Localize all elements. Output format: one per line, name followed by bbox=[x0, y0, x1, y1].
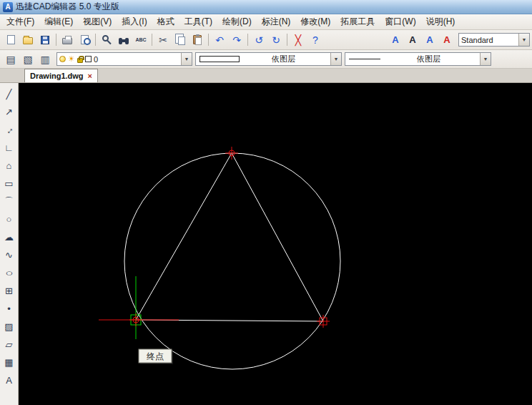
linetype-preview bbox=[349, 59, 380, 59]
search-icon[interactable] bbox=[98, 32, 115, 48]
layer-color-swatch bbox=[85, 56, 92, 62]
chevron-down-icon[interactable] bbox=[330, 53, 341, 65]
layer-combo-value: 0 bbox=[94, 55, 98, 64]
toolbar-separator bbox=[287, 34, 287, 46]
multiline-text-icon[interactable]: A bbox=[421, 32, 438, 48]
copy-icon[interactable] bbox=[172, 32, 189, 48]
paste-icon[interactable] bbox=[189, 32, 206, 48]
main-area: ╱↗↔∟⌂▭⌒○☁∿○⊞•▨▱▦A bbox=[0, 83, 532, 405]
polyline-tool-icon[interactable]: ∟ bbox=[1, 139, 17, 156]
menu-draw[interactable]: 绘制(D) bbox=[217, 14, 257, 29]
drawn-circle bbox=[124, 153, 340, 369]
arc-tool-icon[interactable]: ⌒ bbox=[1, 192, 17, 210]
revision-cloud-tool-icon[interactable]: ☁ bbox=[1, 228, 17, 245]
standard-toolbar: ABC✂↶↷↺↻╳? AAAA Standard bbox=[0, 30, 532, 50]
spline-tool-icon[interactable]: ∿ bbox=[1, 246, 17, 263]
menu-format[interactable]: 格式 bbox=[152, 14, 179, 29]
draw-toolbar: ╱↗↔∟⌂▭⌒○☁∿○⊞•▨▱▦A bbox=[0, 83, 19, 405]
menu-file[interactable]: 文件(F) bbox=[1, 14, 39, 29]
document-tab-bar: Drawing1.dwg bbox=[0, 69, 532, 83]
text-style-combo-value: Standard bbox=[461, 36, 493, 44]
toolbar-separator bbox=[152, 34, 152, 46]
color-combo-value: 依图层 bbox=[272, 54, 298, 64]
text-style-combo[interactable]: Standard bbox=[458, 33, 530, 47]
layer-combo[interactable]: 0 bbox=[56, 52, 192, 66]
menu-insert[interactable]: 插入(I) bbox=[117, 14, 152, 29]
vertex-marker-top bbox=[225, 147, 238, 160]
toolbar-separator bbox=[247, 34, 248, 46]
point-tool-icon[interactable]: • bbox=[1, 300, 17, 317]
title-bar: A 迅捷CAD编辑器 5.0 专业版 bbox=[0, 0, 532, 14]
snap-tooltip-text: 终点 bbox=[147, 351, 164, 361]
rotate-ccw-icon[interactable]: ↺ bbox=[250, 32, 267, 48]
tab-drawing1[interactable]: Drawing1.dwg bbox=[24, 69, 98, 82]
table-tool-icon[interactable]: ▦ bbox=[1, 353, 17, 371]
save-icon[interactable] bbox=[36, 32, 54, 48]
window-title: 迅捷CAD编辑器 5.0 专业版 bbox=[16, 1, 119, 13]
rotate-cw-icon[interactable]: ↻ bbox=[267, 32, 285, 48]
undo-icon[interactable]: ↶ bbox=[211, 32, 228, 48]
toolbar-separator bbox=[95, 34, 96, 46]
ellipse-tool-icon[interactable]: ○ bbox=[1, 264, 17, 281]
menu-view[interactable]: 视图(V) bbox=[78, 14, 117, 29]
standard-toolbar-icons: ABC✂↶↷↺↻╳? bbox=[2, 32, 324, 48]
color-combo[interactable]: 依图层 bbox=[195, 52, 342, 66]
layer-properties-icon[interactable]: ▤ bbox=[2, 52, 19, 67]
new-icon[interactable] bbox=[2, 32, 19, 48]
rectangle-tool-icon[interactable]: ▭ bbox=[1, 175, 17, 192]
layer-lock-icon bbox=[77, 58, 83, 63]
layer-toolbar: ▤▧▥ 0 依图层 依图层 bbox=[0, 50, 532, 69]
toolbar-separator bbox=[208, 34, 209, 46]
chevron-down-icon[interactable] bbox=[181, 53, 192, 65]
menu-help[interactable]: 说明(H) bbox=[421, 14, 460, 29]
single-line-text-icon[interactable]: A bbox=[404, 32, 421, 48]
drawn-triangle bbox=[136, 153, 323, 321]
open-icon[interactable] bbox=[19, 32, 36, 48]
cut-icon[interactable]: ✂ bbox=[154, 32, 172, 48]
chevron-down-icon[interactable] bbox=[518, 34, 529, 46]
ray-tool-icon[interactable]: ↗ bbox=[1, 103, 17, 120]
layer-toolbar-icons: ▤▧▥ bbox=[2, 52, 54, 67]
vertex-marker-bottom-left bbox=[129, 313, 142, 326]
redo-icon[interactable]: ↷ bbox=[228, 32, 245, 48]
drawing-canvas[interactable]: 终点 bbox=[19, 83, 532, 405]
toolbar-separator bbox=[56, 34, 56, 46]
chevron-down-icon[interactable] bbox=[480, 53, 491, 65]
menu-dimension[interactable]: 标注(N) bbox=[257, 14, 296, 29]
find-icon[interactable] bbox=[115, 32, 132, 48]
tab-close-icon[interactable] bbox=[88, 72, 92, 80]
color-preview-swatch bbox=[200, 56, 240, 62]
help-icon[interactable]: ? bbox=[307, 32, 324, 48]
snap-tooltip: 终点 bbox=[139, 349, 173, 364]
region-tool-icon[interactable]: ▱ bbox=[1, 336, 17, 353]
insert-block-tool-icon[interactable]: ⊞ bbox=[1, 282, 17, 299]
text-style-icon[interactable]: A bbox=[387, 32, 404, 48]
layer-filter-icon[interactable]: ▧ bbox=[19, 52, 36, 67]
linetype-combo[interactable]: 依图层 bbox=[345, 52, 491, 66]
line-tool-icon[interactable]: ╱ bbox=[1, 85, 17, 102]
menu-window[interactable]: 窗口(W) bbox=[380, 14, 420, 29]
print-icon[interactable] bbox=[59, 32, 76, 48]
menu-express-tools[interactable]: 拓展工具 bbox=[335, 14, 380, 29]
mtext-tool-icon[interactable]: A bbox=[1, 371, 17, 389]
print-preview-icon[interactable] bbox=[76, 32, 93, 48]
layer-on-bulb-icon bbox=[59, 56, 66, 62]
tab-label: Drawing1.dwg bbox=[30, 72, 84, 80]
hatch-tool-icon[interactable]: ▨ bbox=[1, 318, 17, 335]
app-window: A 迅捷CAD编辑器 5.0 专业版 文件(F)编辑(E)视图(V)插入(I)格… bbox=[0, 0, 532, 405]
app-icon: A bbox=[3, 2, 13, 12]
construction-line-tool-icon[interactable]: ↔ bbox=[1, 121, 17, 138]
layer-previous-icon[interactable]: ▥ bbox=[36, 52, 54, 67]
menu-bar: 文件(F)编辑(E)视图(V)插入(I)格式工具(T)绘制(D)标注(N)修改(… bbox=[0, 14, 532, 30]
canvas-drawing: 终点 bbox=[19, 83, 532, 405]
text-toolbar-icons: AAAA bbox=[387, 32, 455, 48]
text-color-icon[interactable]: A bbox=[438, 32, 455, 48]
polygon-tool-icon[interactable]: ⌂ bbox=[1, 157, 17, 174]
spellcheck-icon[interactable]: ABC bbox=[132, 32, 149, 48]
menu-modify[interactable]: 修改(M) bbox=[295, 14, 335, 29]
menu-tools[interactable]: 工具(T) bbox=[179, 14, 217, 29]
linetype-combo-value: 依图层 bbox=[417, 54, 443, 64]
delete-icon[interactable]: ╳ bbox=[290, 32, 307, 48]
menu-edit[interactable]: 编辑(E) bbox=[39, 14, 78, 29]
circle-tool-icon[interactable]: ○ bbox=[1, 210, 17, 228]
